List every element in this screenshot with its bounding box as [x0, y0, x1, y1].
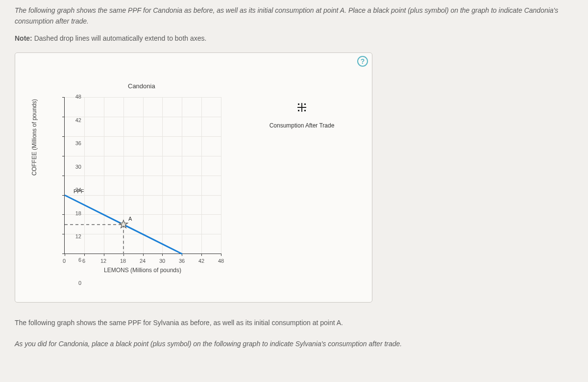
- plot-wrap: COFFEE (Millions of pounds): [45, 97, 241, 283]
- xtick: 12: [96, 257, 111, 266]
- note-text: Dashed drop lines will automatically ext…: [32, 34, 207, 42]
- plot-area[interactable]: PPF A: [64, 97, 221, 254]
- chart-title: Candonia: [128, 81, 155, 92]
- help-icon: ?: [361, 57, 365, 65]
- legend-consumption-after-trade[interactable]: Consumption After Trade: [248, 102, 356, 130]
- xtick: 42: [194, 257, 209, 266]
- instruction-text-3: As you did for Candonia, place a black p…: [15, 338, 573, 349]
- xtick: 0: [57, 257, 72, 266]
- ytick: 24: [67, 186, 81, 195]
- plot-svg: PPF A: [65, 97, 221, 254]
- point-a-label: A: [128, 216, 132, 222]
- plus-marker-icon: [296, 102, 307, 113]
- ytick: 18: [67, 209, 81, 218]
- note-label: Note:: [15, 34, 32, 42]
- legend-label: Consumption After Trade: [248, 121, 356, 130]
- xtick: 18: [116, 257, 130, 266]
- xtick: 36: [174, 257, 189, 266]
- graph-panel: ? Candonia COFFEE (Millions of pounds): [15, 52, 372, 303]
- y-axis-label: COFFEE (Millions of pounds): [30, 99, 39, 176]
- xtick: 30: [155, 257, 170, 266]
- instruction-text-1: The following graph shows the same PPF f…: [15, 5, 573, 27]
- xtick: 24: [135, 257, 150, 266]
- ytick: 0: [67, 279, 81, 288]
- note-line: Note: Dashed drop lines will automatical…: [15, 33, 573, 44]
- xtick: 48: [214, 257, 228, 266]
- instruction-text-2: The following graph shows the same PPF f…: [15, 317, 573, 328]
- ytick: 12: [67, 232, 81, 241]
- help-button[interactable]: ?: [357, 56, 368, 67]
- x-axis-label: LEMONS (Millions of pounds): [64, 266, 221, 275]
- ytick: 30: [67, 163, 81, 172]
- ytick: 36: [67, 139, 81, 148]
- ytick: 48: [67, 93, 81, 102]
- ytick: 42: [67, 116, 81, 125]
- xtick: 6: [76, 257, 91, 266]
